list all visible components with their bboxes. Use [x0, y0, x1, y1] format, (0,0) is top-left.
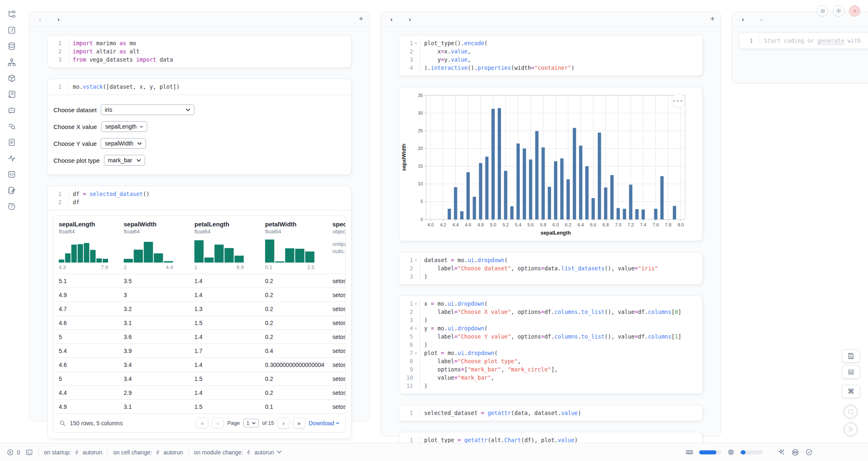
- shutdown-button[interactable]: [849, 5, 860, 16]
- fold-icon[interactable]: ∨: [413, 300, 419, 308]
- column-header[interactable]: sepalLength: [59, 221, 124, 228]
- column-header[interactable]: sepalWidth: [124, 221, 194, 228]
- code-editor[interactable]: 1selected_dataset = getattr(data, datase…: [399, 405, 702, 421]
- ai-sparkles-icon[interactable]: [778, 448, 785, 456]
- add-column-button[interactable]: +: [359, 14, 363, 23]
- code-line[interactable]: 2 x=x.value,: [402, 47, 698, 55]
- errors-indicator[interactable]: 0: [7, 449, 20, 456]
- code-line[interactable]: 3 y=y.value,: [402, 55, 698, 64]
- on-module-change-toggle[interactable]: on module change: autorun: [194, 449, 282, 456]
- code-line[interactable]: 4∨y = mo.ui.dropdown(: [402, 324, 698, 332]
- code-line[interactable]: 10 value="mark_bar",: [402, 373, 698, 382]
- connection-check-icon[interactable]: [805, 448, 813, 456]
- cell-vstack[interactable]: 1mo.vstack([dataset, x, y, plot]) Choose…: [47, 78, 351, 175]
- column-histogram[interactable]: [59, 240, 108, 263]
- column-forward-icon[interactable]: ›: [409, 16, 411, 23]
- logs-icon[interactable]: [7, 89, 16, 99]
- code-line[interactable]: 6): [402, 341, 698, 349]
- column-histogram[interactable]: [124, 240, 173, 263]
- snippets-icon[interactable]: [7, 169, 16, 179]
- column-back-icon[interactable]: ‹: [742, 16, 744, 23]
- column-header[interactable]: species: [332, 221, 346, 228]
- cell-dataframe[interactable]: 1df = selected_dataset()2df sepalLengthf…: [47, 186, 351, 439]
- code-line[interactable]: 1∨plot_type().encode(: [402, 39, 698, 47]
- run-button[interactable]: [843, 422, 859, 437]
- download-button[interactable]: Download: [309, 420, 339, 426]
- column-histogram[interactable]: [194, 240, 244, 263]
- on-cell-change-toggle[interactable]: on cell change: autorun: [113, 449, 183, 456]
- code-line[interactable]: 2import altair as alt: [51, 47, 347, 55]
- generate-with-ai-link[interactable]: generate: [817, 37, 844, 44]
- cell-new-empty[interactable]: 1 Start coding or generate with: [739, 32, 868, 49]
- last-page-button[interactable]: »: [293, 417, 305, 429]
- dependency-graph-icon[interactable]: [7, 57, 16, 67]
- empty-cell-placeholder[interactable]: Start coding or generate with: [760, 37, 868, 45]
- code-line[interactable]: 5 label="Choose Y value", options=df.col…: [402, 332, 698, 341]
- settings-button[interactable]: [833, 5, 844, 16]
- functions-icon[interactable]: f: [7, 25, 16, 35]
- code-editor[interactable]: 1∨dataset = mo.ui.dropdown(2 label="Choo…: [399, 252, 702, 284]
- code-line[interactable]: 3): [402, 316, 698, 324]
- file-tree-icon[interactable]: [7, 9, 16, 19]
- search-panel-icon[interactable]: [7, 121, 16, 131]
- code-line[interactable]: 8 label="Choose plot type",: [402, 357, 698, 365]
- scratchpad-icon[interactable]: [7, 185, 16, 195]
- column-forward-icon[interactable]: ›: [58, 16, 60, 23]
- plot-type-select[interactable]: mark_bar: [104, 155, 145, 166]
- documentation-icon[interactable]: [7, 137, 16, 147]
- prev-page-button[interactable]: ‹: [212, 417, 224, 429]
- on-startup-toggle[interactable]: on startup: autorun: [44, 449, 102, 456]
- code-line[interactable]: 3from vega_datasets import data: [51, 55, 347, 64]
- code-line[interactable]: 7∨plot = mo.ui.dropdown(: [402, 349, 698, 357]
- cell-plot-expression[interactable]: 1∨plot_type().encode(2 x=x.value,3 y=y.v…: [399, 35, 703, 76]
- layout-toggle-button[interactable]: [842, 365, 860, 379]
- code-line[interactable]: 3): [402, 272, 698, 281]
- code-line[interactable]: 1selected_dataset = getattr(data, datase…: [402, 409, 698, 417]
- save-button[interactable]: [842, 349, 860, 363]
- code-editor[interactable]: 1import marimo as mo2import altair as al…: [48, 35, 351, 67]
- y-value-select[interactable]: sepalWidth: [101, 138, 146, 149]
- code-line[interactable]: 9 options=["mark_bar", "mark_circle"],: [402, 365, 698, 373]
- x-value-select[interactable]: sepalLength: [101, 121, 147, 132]
- search-icon[interactable]: [59, 420, 66, 426]
- terminal-button[interactable]: [25, 449, 33, 456]
- code-editor[interactable]: 1∨plot_type().encode(2 x=x.value,3 y=y.v…: [399, 35, 702, 76]
- fold-icon[interactable]: ∨: [413, 324, 419, 332]
- copilot-icon[interactable]: [791, 448, 799, 456]
- first-page-button[interactable]: «: [196, 417, 208, 429]
- page-select[interactable]: 1: [243, 419, 259, 427]
- column-header[interactable]: petalLength: [194, 221, 265, 228]
- fold-icon[interactable]: ∨: [413, 256, 419, 264]
- bar-chart-svg[interactable]: 4.04.24.44.64.85.05.25.45.65.86.06.26.46…: [400, 90, 716, 237]
- command-palette-button[interactable]: ⌘: [842, 385, 860, 398]
- next-page-button[interactable]: ›: [277, 417, 290, 429]
- more-options-button[interactable]: ●●●: [671, 94, 685, 108]
- column-forward-icon[interactable]: ›: [760, 16, 762, 23]
- column-back-icon[interactable]: ‹: [390, 16, 392, 23]
- code-line[interactable]: 2df: [51, 198, 347, 206]
- column-header[interactable]: petalWidth: [265, 221, 332, 228]
- cell-selected-dataset[interactable]: 1selected_dataset = getattr(data, datase…: [399, 405, 703, 421]
- cell-xy-plot-dropdowns[interactable]: 1∨x = mo.ui.dropdown(2 label="Choose X v…: [399, 295, 703, 394]
- help-icon[interactable]: ?: [7, 201, 16, 211]
- add-column-button[interactable]: +: [710, 14, 715, 23]
- ai-chat-icon[interactable]: [7, 105, 16, 115]
- code-line[interactable]: 2 label="Choose dataset", options=data.l…: [402, 264, 698, 272]
- fold-icon[interactable]: ∨: [413, 39, 419, 47]
- code-line[interactable]: 4).interactive().properties(width="conta…: [402, 64, 698, 72]
- code-editor[interactable]: 1df = selected_dataset()2df: [48, 186, 351, 210]
- column-back-icon[interactable]: ‹: [39, 16, 41, 23]
- altair-chart[interactable]: 4.04.24.44.64.85.05.25.45.65.86.06.26.46…: [400, 90, 702, 239]
- code-line[interactable]: 1mo.vstack([dataset, x, y, plot]): [51, 83, 347, 91]
- stop-button[interactable]: [843, 404, 859, 420]
- code-line[interactable]: 11): [402, 382, 698, 390]
- fold-icon[interactable]: ∨: [413, 349, 419, 357]
- datasources-icon[interactable]: [7, 41, 16, 51]
- code-line[interactable]: 1∨x = mo.ui.dropdown(: [402, 300, 698, 308]
- menu-button[interactable]: [817, 5, 828, 16]
- tracing-icon[interactable]: [7, 153, 16, 163]
- code-line[interactable]: 2 label="Choose X value", options=df.col…: [402, 308, 698, 316]
- code-line[interactable]: 1∨dataset = mo.ui.dropdown(: [402, 256, 698, 264]
- code-line[interactable]: 1df = selected_dataset(): [51, 190, 347, 198]
- code-line[interactable]: 1import marimo as mo: [51, 39, 347, 47]
